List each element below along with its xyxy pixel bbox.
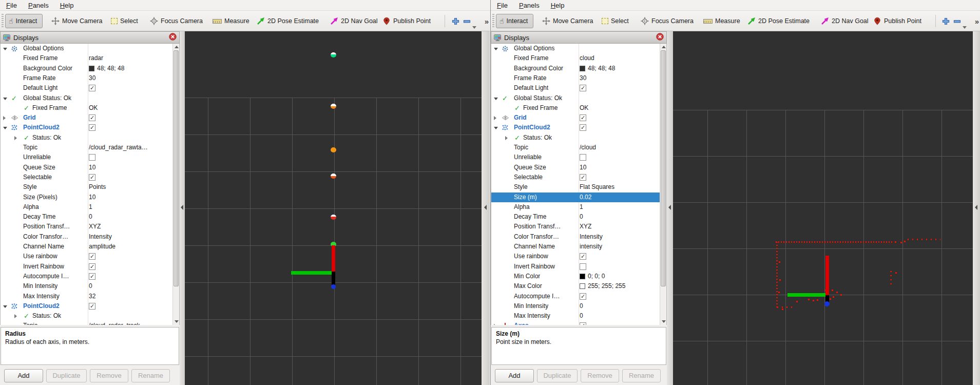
- toolbar-dropdown-arrow[interactable]: [963, 26, 967, 29]
- property-checkbox[interactable]: [580, 263, 586, 270]
- tree-row[interactable]: ✓Global Status: Ok: [1, 93, 172, 103]
- collapse-left-icon[interactable]: [668, 205, 671, 210]
- panel-close-button[interactable]: [656, 33, 664, 43]
- tree-row[interactable]: Default Light✓: [1, 83, 172, 93]
- menu-help[interactable]: Help: [60, 2, 74, 9]
- property-value[interactable]: 10: [89, 163, 95, 172]
- tree-row[interactable]: Grid✓: [1, 113, 172, 123]
- collapse-left-icon[interactable]: [181, 205, 183, 210]
- collapse-left-icon[interactable]: [484, 205, 487, 210]
- property-value[interactable]: /cloud_radar_rawta…: [89, 143, 148, 152]
- tree-row[interactable]: Queue Size10: [1, 163, 172, 172]
- property-value[interactable]: 0.02: [580, 192, 591, 202]
- tree-row[interactable]: Autocompute I…✓: [1, 272, 172, 281]
- property-checkbox[interactable]: ✓: [89, 253, 95, 260]
- tree-row[interactable]: Alpha1: [1, 202, 172, 212]
- scroll-down-icon[interactable]: [662, 320, 666, 323]
- property-value[interactable]: XYZ: [89, 222, 101, 232]
- property-checkbox[interactable]: ✓: [89, 303, 95, 310]
- scroll-up-icon[interactable]: [662, 46, 666, 48]
- tree-row[interactable]: Max Intensity0: [491, 311, 660, 321]
- tree-row[interactable]: Max Intensity32: [1, 292, 172, 301]
- property-checkbox[interactable]: ✓: [89, 114, 95, 121]
- property-checkbox[interactable]: [580, 154, 586, 161]
- tree-row[interactable]: Alpha1: [491, 202, 660, 212]
- menu-file[interactable]: File: [497, 2, 508, 9]
- property-checkbox[interactable]: ✓: [89, 174, 95, 181]
- tool-focus-camera[interactable]: Focus Camera: [150, 14, 203, 28]
- expander-open-icon[interactable]: [3, 305, 7, 308]
- toolbar-grip[interactable]: [492, 14, 494, 28]
- tree-row[interactable]: ✓Fixed FrameOK: [491, 103, 660, 113]
- tree-row[interactable]: Position Transf…XYZ: [491, 222, 660, 232]
- property-value[interactable]: amplitude: [89, 242, 116, 252]
- property-value[interactable]: 1: [580, 202, 583, 212]
- property-value[interactable]: 32: [89, 292, 95, 301]
- tree-row[interactable]: Default Light✓: [491, 83, 660, 93]
- property-value[interactable]: Intensity: [580, 232, 603, 242]
- add-button[interactable]: Add: [495, 369, 534, 382]
- tree-scrollbar[interactable]: [660, 44, 666, 325]
- tree-row[interactable]: PointCloud2✓: [1, 301, 172, 311]
- toolbar-dropdown-arrow[interactable]: [472, 26, 476, 29]
- expander-closed-icon[interactable]: [494, 116, 496, 120]
- tree-row[interactable]: Topic/cloud: [491, 143, 660, 152]
- menu-help[interactable]: Help: [551, 2, 565, 9]
- tree-row[interactable]: Queue Size10: [491, 163, 660, 172]
- property-value[interactable]: 30: [89, 73, 95, 83]
- tree-row[interactable]: Frame Rate30: [1, 73, 172, 83]
- tool-focus-camera[interactable]: Focus Camera: [641, 14, 694, 28]
- tree-row[interactable]: ✓Global Status: Ok: [491, 93, 660, 103]
- tree-row[interactable]: Background Color48; 48; 48: [491, 64, 660, 73]
- property-checkbox[interactable]: ✓: [89, 85, 95, 91]
- render-viewport[interactable]: [673, 31, 973, 385]
- tree-row[interactable]: StylePoints: [1, 182, 172, 192]
- tool-2d-nav-goal[interactable]: 2D Nav Goal: [330, 14, 378, 28]
- tool-move-camera[interactable]: Move Camera: [51, 14, 103, 28]
- tool-measure[interactable]: Measure: [213, 14, 249, 28]
- right-splitter[interactable]: [973, 31, 980, 385]
- tool-2d-pose-estimate[interactable]: 2D Pose Estimate: [747, 14, 810, 28]
- color-swatch[interactable]: [89, 66, 94, 71]
- tree-row[interactable]: Frame Rate30: [491, 73, 660, 83]
- zoom-in-button[interactable]: [942, 14, 950, 28]
- tree-row[interactable]: Invert Rainbow: [491, 262, 660, 272]
- tree-row[interactable]: Channel Nameintensity: [491, 242, 660, 252]
- color-swatch[interactable]: [580, 66, 585, 71]
- property-value[interactable]: 10: [89, 192, 95, 202]
- expander-open-icon[interactable]: [494, 127, 498, 129]
- property-checkbox[interactable]: ✓: [89, 273, 95, 280]
- panel-splitter[interactable]: [180, 31, 185, 385]
- scrollbar-thumb[interactable]: [174, 50, 179, 286]
- tool-publish-point[interactable]: Publish Point: [382, 14, 431, 28]
- tree-row[interactable]: Position Transf…XYZ: [1, 222, 172, 232]
- tree-row[interactable]: Unreliable: [491, 152, 660, 162]
- property-checkbox[interactable]: ✓: [580, 124, 586, 131]
- tree-row[interactable]: ✓Fixed FrameOK: [1, 103, 172, 113]
- tree-row[interactable]: Use rainbow✓: [491, 252, 660, 261]
- tree-row[interactable]: Decay Time0: [1, 212, 172, 222]
- tree-row[interactable]: Selectable✓: [491, 172, 660, 182]
- tree-row[interactable]: PointCloud2✓: [491, 123, 660, 132]
- menu-file[interactable]: File: [6, 2, 17, 9]
- tree-row[interactable]: Fixed Framecloud: [491, 53, 660, 63]
- tree-row[interactable]: Min Intensity0: [1, 281, 172, 291]
- property-checkbox[interactable]: ✓: [580, 322, 586, 325]
- tool-measure[interactable]: Measure: [703, 14, 740, 28]
- tree-row[interactable]: Topic/cloud_radar_track: [1, 321, 172, 325]
- property-value[interactable]: 0; 0; 0: [588, 272, 605, 281]
- scroll-down-icon[interactable]: [175, 320, 179, 323]
- tree-row[interactable]: Size (Pixels)10: [1, 192, 172, 202]
- property-value[interactable]: 10: [580, 163, 586, 172]
- expander-open-icon[interactable]: [3, 127, 7, 129]
- tree-row[interactable]: Channel Nameamplitude: [1, 242, 172, 252]
- expander-open-icon[interactable]: [3, 48, 7, 50]
- property-value[interactable]: Intensity: [89, 232, 112, 242]
- property-value[interactable]: 0: [580, 311, 583, 321]
- toolbar-overflow-button[interactable]: »: [975, 14, 978, 28]
- tree-row[interactable]: Min Color0; 0; 0: [491, 272, 660, 281]
- property-value[interactable]: OK: [580, 103, 588, 113]
- scroll-up-icon[interactable]: [175, 46, 179, 48]
- property-checkbox[interactable]: ✓: [580, 253, 586, 260]
- toolbar-overflow-button[interactable]: »: [485, 14, 488, 28]
